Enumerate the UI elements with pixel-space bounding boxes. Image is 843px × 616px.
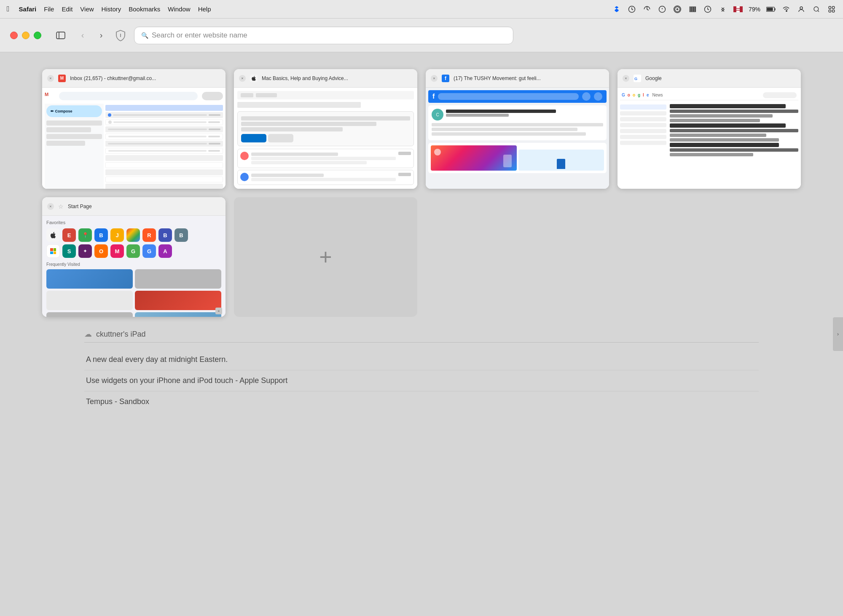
menu-help[interactable]: Help [198, 5, 211, 13]
svg-rect-17 [736, 8, 740, 9]
menu-bookmarks[interactable]: Bookmarks [129, 5, 160, 13]
svg-line-25 [818, 11, 819, 12]
apple-menu[interactable]:  [7, 5, 10, 13]
forward-button[interactable]: › [95, 29, 107, 41]
traffic-lights [10, 32, 41, 39]
startpage-freq-3 [46, 291, 133, 310]
tab-card-startpage[interactable]: × ☆ Start Page Favorites E 📍 B [42, 197, 226, 317]
icloud-history-item-0[interactable]: A new deal every day at midnight Eastern… [84, 349, 759, 370]
startpage-freq-6 [135, 312, 221, 317]
tab-card-facebook[interactable]: × f (17) The TUSHY Movement: gut feeli..… [426, 69, 609, 189]
tab-favicon-macbasics [250, 75, 258, 82]
startpage-freq-5 [46, 312, 133, 317]
svg-rect-18 [736, 10, 740, 11]
svg-rect-27 [832, 6, 835, 8]
icon-5[interactable] [673, 5, 682, 14]
flag-icon[interactable] [733, 5, 743, 14]
fullscreen-button[interactable] [34, 32, 41, 39]
tab-close-googlenews[interactable]: × [623, 75, 629, 82]
tab-content-facebook: f C [426, 88, 609, 189]
tab-title-gmail: Inbox (21,657) - chkuttner@gmail.co... [70, 75, 220, 81]
avatar-icon[interactable] [797, 5, 806, 14]
icloud-history-item-2[interactable]: Tempus - Sandbox [84, 391, 759, 412]
svg-rect-29 [832, 10, 835, 12]
startpage-freq-2 [135, 269, 221, 289]
startpage-frequently-visited-label: Frequently Visited [46, 262, 221, 267]
menu-bar:  Safari File Edit View History Bookmark… [0, 0, 843, 19]
icloud-history-item-1[interactable]: Use widgets on your iPhone and iPod touc… [84, 370, 759, 391]
menu-bar-right: 79% [612, 5, 836, 14]
tab-content-startpage: Favorites E 📍 B J [42, 216, 226, 317]
tab-close-facebook[interactable]: × [431, 75, 438, 82]
tab-card-macbasics[interactable]: × Mac Basics, Help and Buying Advice... [234, 69, 417, 189]
icloud-section: ☁ ckuttner's iPad A new deal every day a… [84, 329, 759, 412]
icon-4[interactable] [658, 5, 667, 14]
battery-status: 79% [749, 6, 760, 13]
svg-rect-9 [692, 7, 693, 12]
icloud-history-link-1: Use widgets on your iPhone and iPod touc… [86, 376, 287, 385]
new-tab-card[interactable]: + [234, 197, 417, 317]
startpage-freq-4 [135, 291, 221, 310]
bluetooth-icon[interactable] [718, 5, 728, 14]
menu-edit[interactable]: Edit [62, 5, 72, 13]
back-button[interactable]: ‹ [77, 29, 89, 41]
startpage-freq-grid [46, 269, 221, 317]
new-tab-plus-icon: + [319, 246, 332, 268]
svg-rect-10 [693, 7, 693, 12]
menu-view[interactable]: View [80, 5, 94, 13]
menu-history[interactable]: History [102, 5, 121, 13]
main-content: › × M Inbox (21,657) - chkuttner@gmail.c… [0, 52, 843, 616]
svg-text:G: G [634, 76, 637, 80]
search-icon[interactable] [812, 5, 821, 14]
svg-point-23 [800, 7, 803, 9]
tab-content-gmail: M ✏ Compose [42, 88, 226, 189]
svg-point-5 [675, 7, 680, 12]
svg-rect-7 [690, 7, 690, 12]
startpage-favorites-label: Favorites [46, 220, 221, 225]
tab-title-startpage: Start Page [68, 204, 220, 209]
gmail-header-sim: M [45, 90, 223, 102]
control-center-icon[interactable] [827, 5, 836, 14]
gmail-logo-sim: M [45, 92, 56, 100]
tab-close-gmail[interactable]: × [47, 75, 54, 82]
menu-file[interactable]: File [44, 5, 54, 13]
privacy-shield-icon[interactable] [114, 29, 127, 42]
address-bar[interactable]: 🔍 Search or enter website name [134, 27, 513, 44]
icloud-history-link-2: Tempus - Sandbox [86, 397, 149, 406]
tab-card-header-gmail: × M Inbox (21,657) - chkuttner@gmail.co.… [42, 69, 226, 88]
startpage-freq-1 [46, 269, 133, 289]
address-search-icon: 🔍 [141, 32, 148, 39]
dropbox-icon[interactable] [612, 5, 621, 14]
toolbar: ‹ › 🔍 Search or enter website name [0, 19, 843, 52]
tab-grid: × M Inbox (21,657) - chkuttner@gmail.co.… [42, 69, 801, 317]
wifi-icon[interactable] [781, 5, 791, 14]
icon-barcode[interactable] [688, 5, 697, 14]
tab-title-facebook: (17) The TUSHY Movement: gut feeli... [454, 75, 604, 81]
time-machine-icon[interactable] [703, 5, 712, 14]
tab-card-header-facebook: × f (17) The TUSHY Movement: gut feeli..… [426, 69, 609, 88]
svg-rect-14 [733, 6, 736, 12]
icloud-history-list: A new deal every day at midnight Eastern… [84, 349, 759, 412]
menu-window[interactable]: Window [168, 5, 190, 13]
svg-rect-21 [775, 8, 776, 10]
sidebar-toggle-button[interactable] [55, 29, 67, 41]
svg-rect-26 [829, 6, 831, 8]
minimize-button[interactable] [22, 32, 30, 39]
tab-card-googlenews[interactable]: × G Google G o o g l e News [617, 69, 801, 189]
menu-safari[interactable]: Safari [19, 5, 37, 13]
scroll-right-indicator[interactable]: › [833, 317, 843, 351]
tab-title-macbasics: Mac Basics, Help and Buying Advice... [262, 75, 412, 81]
tab-close-macbasics[interactable]: × [239, 75, 246, 82]
tab-title-googlenews: Google [645, 75, 796, 81]
icloud-device-name: ckuttner's iPad [96, 330, 146, 339]
svg-rect-15 [736, 6, 740, 12]
startpage-star-icon: ☆ [58, 203, 64, 210]
icon-3[interactable] [642, 5, 652, 14]
startpage-favorites-row2: S ✦ O M G G A [46, 244, 221, 258]
close-button[interactable] [10, 32, 18, 39]
icon-2[interactable] [627, 5, 636, 14]
svg-rect-8 [691, 7, 691, 12]
tab-close-startpage[interactable]: × [47, 203, 54, 210]
tab-card-gmail[interactable]: × M Inbox (21,657) - chkuttner@gmail.co.… [42, 69, 226, 189]
tab-favicon-facebook: f [442, 75, 449, 82]
